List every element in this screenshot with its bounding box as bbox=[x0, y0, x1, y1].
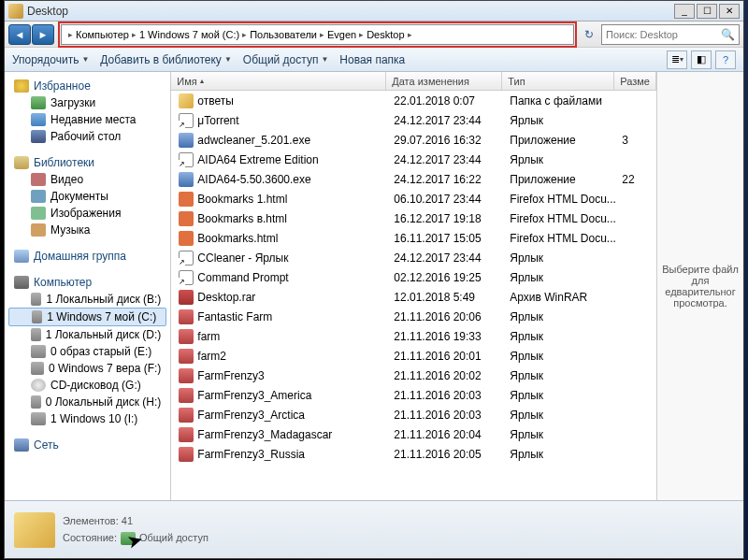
breadcrumb-item[interactable]: Компьютер bbox=[76, 29, 129, 40]
help-button[interactable]: ? bbox=[715, 50, 736, 69]
file-icon bbox=[179, 349, 194, 364]
file-row[interactable]: CCleaner - Ярлык24.12.2017 23:44Ярлык bbox=[171, 248, 656, 267]
file-row[interactable]: FarmFrenzy3_Arctica21.11.2016 20:03Ярлык bbox=[171, 405, 656, 424]
file-icon bbox=[179, 270, 194, 285]
file-row[interactable]: FarmFrenzy3_Madagascar21.11.2016 20:04Яр… bbox=[171, 424, 656, 444]
sidebar-libraries[interactable]: Библиотеки bbox=[5, 154, 170, 171]
file-row[interactable]: Bookmarks в.html16.12.2017 19:18Firefox … bbox=[171, 208, 656, 228]
file-row[interactable]: FarmFrenzy3_Russia21.11.2016 20:05Ярлык bbox=[171, 444, 656, 464]
file-row[interactable]: farm221.11.2016 20:01Ярлык bbox=[171, 346, 656, 366]
breadcrumb[interactable]: ▸ Компьютер▸ 1 Windows 7 мой (C:)▸ Польз… bbox=[61, 24, 574, 45]
breadcrumb-item[interactable]: Evgen bbox=[327, 29, 356, 40]
file-icon bbox=[179, 368, 194, 383]
downloads-icon bbox=[31, 96, 46, 109]
file-row[interactable]: FarmFrenzy321.11.2016 20:02Ярлык bbox=[171, 366, 656, 385]
sidebar-item-documents[interactable]: Документы bbox=[5, 188, 170, 205]
library-icon bbox=[14, 156, 29, 169]
explorer-window: Desktop _ ☐ ✕ ◄ ► ▸ Компьютер▸ 1 Windows… bbox=[4, 0, 744, 559]
file-row[interactable]: μTorrent24.12.2017 23:44Ярлык bbox=[171, 110, 656, 130]
column-name[interactable]: Имя▴ bbox=[171, 72, 386, 90]
disk-icon bbox=[31, 379, 46, 392]
breadcrumb-item[interactable]: 1 Windows 7 мой (C:) bbox=[139, 29, 239, 40]
forward-button[interactable]: ► bbox=[32, 24, 54, 45]
file-row[interactable]: Desktop.rar12.01.2018 5:49Архив WinRAR bbox=[171, 287, 656, 307]
disk-icon bbox=[32, 310, 42, 323]
search-input[interactable] bbox=[606, 29, 721, 40]
sidebar-favorites[interactable]: Избранное bbox=[5, 78, 170, 94]
refresh-icon[interactable]: ↻ bbox=[581, 26, 597, 43]
minimize-button[interactable]: _ bbox=[674, 4, 695, 19]
folder-icon bbox=[8, 4, 23, 19]
column-type[interactable]: Тип bbox=[502, 72, 614, 90]
sidebar-computer[interactable]: Компьютер bbox=[5, 274, 170, 291]
file-row[interactable]: Bookmarks 1.html06.10.2017 23:44Firefox … bbox=[171, 189, 656, 208]
sidebar-disk-item[interactable]: 0 Локальный диск (H:) bbox=[5, 394, 170, 410]
sidebar-item-desktop[interactable]: Рабочий стол bbox=[5, 128, 170, 145]
back-button[interactable]: ◄ bbox=[8, 24, 31, 45]
new-folder-button[interactable]: Новая папка bbox=[339, 53, 405, 66]
sidebar-item-recent[interactable]: Недавние места bbox=[5, 111, 170, 128]
share-menu[interactable]: Общий доступ▼ bbox=[243, 53, 329, 66]
recent-icon bbox=[31, 113, 46, 126]
file-icon bbox=[179, 113, 194, 128]
disk-icon bbox=[31, 412, 46, 425]
sidebar-disk-item[interactable]: CD-дисковод (G:) bbox=[5, 377, 170, 394]
preview-pane: Выберите файл для едварительног просмотр… bbox=[657, 72, 743, 500]
sidebar-item-video[interactable]: Видео bbox=[5, 171, 170, 188]
column-date[interactable]: Дата изменения bbox=[386, 72, 502, 90]
file-icon bbox=[179, 329, 194, 344]
titlebar: Desktop _ ☐ ✕ bbox=[5, 1, 743, 22]
view-mode-button[interactable]: ≣▾ bbox=[667, 50, 687, 69]
window-title: Desktop bbox=[27, 5, 674, 18]
file-icon bbox=[179, 192, 194, 207]
file-icon bbox=[179, 388, 194, 403]
file-row[interactable]: FarmFrenzy3_America21.11.2016 20:03Ярлык bbox=[171, 385, 656, 405]
file-icon bbox=[179, 211, 194, 226]
file-icon bbox=[179, 309, 194, 324]
sidebar-item-downloads[interactable]: Загрузки bbox=[5, 94, 170, 111]
close-button[interactable]: ✕ bbox=[719, 4, 740, 19]
disk-icon bbox=[31, 328, 41, 341]
pictures-icon bbox=[31, 207, 46, 220]
preview-text: Выберите файл для едварительног просмотр… bbox=[661, 264, 740, 309]
search-icon[interactable]: 🔍 bbox=[721, 28, 735, 41]
sidebar-network[interactable]: Сеть bbox=[5, 437, 170, 453]
file-row[interactable]: Fantastic Farm21.11.2016 20:06Ярлык bbox=[171, 307, 656, 326]
sidebar-item-music[interactable]: Музыка bbox=[5, 222, 170, 238]
homegroup-icon bbox=[14, 250, 29, 263]
desktop-icon bbox=[31, 130, 46, 143]
breadcrumb-item[interactable]: Пользователи bbox=[250, 29, 317, 40]
file-row[interactable]: Bookmarks.html16.11.2017 15:05Firefox HT… bbox=[171, 228, 656, 248]
column-headers: Имя▴ Дата изменения Тип Разме bbox=[171, 72, 656, 91]
sidebar-disk-item[interactable]: 1 Windows 10 (I:) bbox=[5, 410, 170, 427]
file-row[interactable]: adwcleaner_5.201.exe29.07.2016 16:32Прил… bbox=[171, 130, 656, 150]
file-row[interactable]: AIDA64-5.50.3600.exe24.12.2017 16:22Прил… bbox=[171, 169, 656, 189]
sidebar-disk-item[interactable]: 1 Локальный диск (D:) bbox=[5, 326, 170, 343]
sidebar-homegroup[interactable]: Домашняя группа bbox=[5, 248, 170, 265]
file-row[interactable]: AIDA64 Extreme Edition24.12.2017 23:44Яр… bbox=[171, 150, 656, 169]
sidebar-disk-item[interactable]: 1 Локальный диск (B:) bbox=[5, 291, 170, 308]
network-icon bbox=[14, 438, 29, 452]
organize-menu[interactable]: Упорядочить▼ bbox=[12, 53, 89, 66]
sidebar-disk-item[interactable]: 1 Windows 7 мой (C:) bbox=[8, 308, 166, 326]
column-size[interactable]: Разме bbox=[614, 72, 656, 90]
sidebar-disk-item[interactable]: 0 образ старый (E:) bbox=[5, 343, 170, 360]
sidebar: Избранное Загрузки Недавние места Рабочи… bbox=[5, 72, 171, 500]
computer-icon bbox=[14, 276, 29, 289]
disk-icon bbox=[31, 395, 41, 409]
file-row[interactable]: Command Prompt02.12.2016 19:25Ярлык bbox=[171, 267, 656, 287]
file-row[interactable]: farm21.11.2016 19:33Ярлык bbox=[171, 326, 656, 346]
file-row[interactable]: ответы22.01.2018 0:07Папка с файлами bbox=[171, 91, 656, 110]
file-list[interactable]: ответы22.01.2018 0:07Папка с файламиμTor… bbox=[171, 91, 656, 500]
sidebar-item-pictures[interactable]: Изображения bbox=[5, 205, 170, 222]
file-icon bbox=[179, 427, 194, 442]
add-library-menu[interactable]: Добавить в библиотеку▼ bbox=[100, 53, 231, 66]
preview-pane-button[interactable]: ◧ bbox=[691, 50, 712, 69]
search-box[interactable]: 🔍 bbox=[601, 24, 740, 45]
documents-icon bbox=[31, 190, 46, 203]
disk-icon bbox=[31, 345, 46, 358]
music-icon bbox=[31, 223, 46, 237]
sidebar-disk-item[interactable]: 0 Windows 7 вера (F:) bbox=[5, 360, 170, 377]
breadcrumb-item[interactable]: Desktop bbox=[367, 29, 404, 40]
maximize-button[interactable]: ☐ bbox=[697, 4, 717, 19]
